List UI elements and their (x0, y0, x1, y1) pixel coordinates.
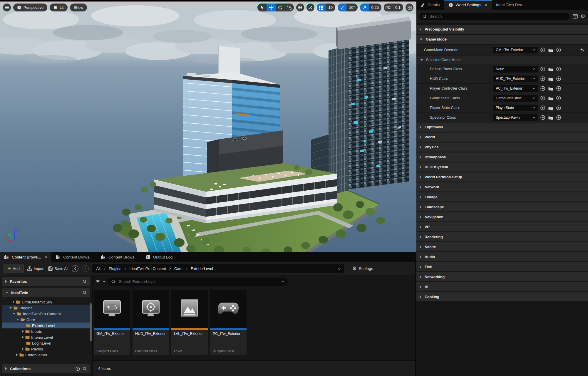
search-icon[interactable] (83, 291, 87, 295)
pick-asset-button[interactable] (556, 76, 562, 82)
path-dropdown-icon[interactable] (338, 266, 341, 271)
rotation-snap-value[interactable]: 10° (346, 4, 358, 11)
ws-subheader-selected-gamemode[interactable]: Selected GameMode (416, 56, 588, 64)
browse-to-asset-button[interactable] (548, 76, 554, 82)
surface-snapping-button[interactable] (306, 4, 314, 11)
tree-item-plugins[interactable]: Plugins (2, 305, 90, 311)
ws-section-networking[interactable]: Networking (416, 272, 588, 281)
ws-section-hlodsystem[interactable]: HLODSystem (416, 162, 588, 172)
search-icon[interactable] (83, 367, 87, 371)
caret-right-icon[interactable] (22, 336, 24, 339)
close-tab-icon[interactable]: × (485, 3, 487, 7)
ws-section-foliage[interactable]: Foliage (416, 192, 588, 202)
ws-section-ai[interactable]: AI (416, 282, 588, 291)
grid-snap-value[interactable]: 10 (326, 4, 335, 11)
pick-asset-button[interactable] (556, 66, 562, 72)
ws-section-game-mode[interactable]: Game Mode (416, 35, 588, 44)
ws-section-tick[interactable]: Tick (416, 262, 588, 271)
close-tab-icon[interactable]: × (45, 255, 47, 259)
class-dropdown[interactable]: None (493, 66, 538, 73)
use-selected-button[interactable] (540, 85, 546, 91)
breadcrumb-item-exteriorlevel[interactable]: ExteriorLevel (191, 266, 213, 271)
asset-tile-pc-itw-exterior[interactable]: PC_ITw_ExteriorBlueprint Class (210, 290, 247, 355)
tab-world-settings[interactable]: World Settings× (444, 0, 492, 10)
ws-section-physics[interactable]: Physics (416, 142, 588, 152)
browse-to-asset-button[interactable] (548, 95, 554, 101)
tree-item-pawns[interactable]: Pawns (2, 346, 90, 352)
class-dropdown[interactable]: HUD_ITw_Exterior (493, 75, 538, 82)
class-dropdown[interactable]: PlayerState (493, 105, 538, 111)
add-button[interactable]: + Add (4, 264, 24, 273)
chevron-down-icon[interactable] (281, 281, 284, 283)
reset-to-default-button[interactable] (579, 47, 585, 53)
class-dropdown[interactable]: GameStateBase (493, 95, 538, 102)
tree-scrollbar[interactable] (90, 303, 92, 341)
tree-item-editorhelper[interactable]: EditorHelper (2, 352, 90, 358)
show-menu-button[interactable]: Show (70, 4, 87, 11)
import-button[interactable]: Import (27, 266, 45, 271)
chevron-down-icon[interactable] (103, 281, 105, 283)
ws-section-cooking[interactable]: Cooking (416, 292, 588, 301)
tab-output-log-3[interactable]: Output Log (142, 252, 177, 262)
add-collection-icon[interactable] (76, 367, 80, 371)
ws-section-world[interactable]: World (416, 132, 588, 142)
browse-to-asset-button[interactable] (548, 85, 554, 91)
perspective-button[interactable]: Perspective (13, 4, 47, 11)
use-selected-button[interactable] (540, 95, 546, 101)
pick-asset-button[interactable] (556, 105, 562, 111)
save-all-button[interactable]: Save All (48, 266, 68, 271)
tab-content-brows-2[interactable]: Content Brows... (97, 252, 142, 262)
viewport-3d[interactable]: Perspective Lit Show (0, 0, 416, 252)
tree-item-core[interactable]: Core (2, 317, 90, 323)
caret-down-icon[interactable] (16, 319, 19, 320)
filter-icon[interactable] (96, 280, 100, 283)
ws-section-network[interactable]: Network (416, 182, 588, 192)
caret-down-icon[interactable] (13, 313, 16, 315)
tab-content-brows-0[interactable]: Content Brows...× (0, 252, 51, 262)
search-icon[interactable] (83, 280, 87, 283)
back-button[interactable] (72, 265, 78, 272)
class-dropdown[interactable]: GM_ITw_Exterior (493, 47, 538, 53)
pick-asset-button[interactable] (556, 95, 562, 101)
tab-details[interactable]: Details (416, 0, 444, 10)
asset-search-input[interactable] (118, 279, 279, 284)
move-tool-button[interactable] (267, 4, 276, 11)
favorites-header[interactable]: Favorites (2, 277, 90, 286)
ws-section-landscape[interactable]: Landscape (416, 202, 588, 212)
ws-section-world-partition-setup[interactable]: World Partition Setup (416, 172, 588, 182)
breadcrumb-item-core[interactable]: Core (174, 266, 182, 271)
tree-item-ultradynamicsky[interactable]: UltraDynamicSky (2, 299, 90, 305)
caret-right-icon[interactable] (22, 330, 24, 333)
world-settings-search-input[interactable] (429, 14, 567, 19)
select-tool-button[interactable] (257, 4, 267, 11)
tree-item-exteriorlevel[interactable]: ExteriorLevel (2, 323, 90, 328)
class-dropdown[interactable]: PC_ITw_Exterior (493, 85, 538, 92)
quad-view-button[interactable] (406, 4, 413, 11)
asset-search[interactable] (108, 278, 288, 286)
ws-section-rendering[interactable]: Rendering (416, 232, 588, 241)
use-selected-button[interactable] (540, 66, 546, 72)
viewport-menu-button[interactable] (3, 4, 11, 11)
tree-item-loginlevel[interactable]: LoginLevel (2, 340, 90, 346)
scale-tool-button[interactable] (285, 4, 294, 11)
ws-section-precomputed-visibility[interactable]: Precomputed Visibility (416, 25, 588, 34)
display-options-icon[interactable] (573, 14, 578, 19)
tree-item-inputs[interactable]: Inputs (2, 328, 90, 334)
use-selected-button[interactable] (540, 105, 546, 111)
breadcrumb-item-idealtwinpro-content[interactable]: IdealTwinPro Content (130, 266, 166, 271)
ws-section-nanite[interactable]: Nanite (416, 242, 588, 251)
world-local-toggle-button[interactable] (296, 4, 304, 11)
use-selected-button[interactable] (540, 115, 546, 120)
pick-asset-button[interactable] (556, 47, 562, 53)
content-browser-settings-button[interactable]: ⚙ Settings (352, 266, 373, 272)
scale-snap-toggle[interactable] (360, 4, 369, 11)
tab-content-brows-1[interactable]: Content Brows... (51, 252, 97, 262)
browse-to-asset-button[interactable] (548, 105, 554, 111)
breadcrumb-item-plugins[interactable]: Plugins (109, 266, 121, 271)
breadcrumb-item-all[interactable]: All (96, 266, 100, 271)
use-selected-button[interactable] (540, 76, 546, 82)
ws-section-lightmass[interactable]: Lightmass (416, 122, 588, 132)
project-header[interactable]: IdealTwin (2, 288, 90, 297)
use-selected-button[interactable] (540, 47, 546, 53)
tab-ideal-twin-dev[interactable]: Ideal Twin Dev... (492, 0, 530, 10)
